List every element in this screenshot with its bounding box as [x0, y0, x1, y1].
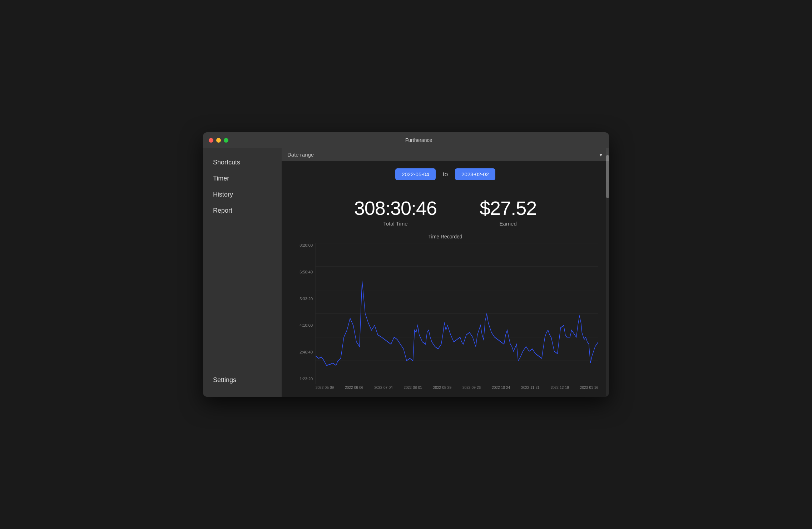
sidebar-bottom: Settings [203, 376, 282, 390]
chart-y-axis: 8:20:00 6:56:40 5:33:20 4:10:00 2:46:40 … [292, 243, 316, 390]
chart-svg-wrapper [316, 243, 598, 384]
sidebar-item-timer[interactable]: Timer [209, 171, 276, 186]
settings-button[interactable]: Settings [213, 376, 272, 384]
window-title: Furtherance [234, 137, 603, 143]
total-time-label: Total Time [383, 221, 407, 227]
y-label-4: 4:10:00 [292, 323, 316, 327]
y-label-2: 6:56:40 [292, 270, 316, 274]
x-label-10: 2023-01-16 [580, 386, 598, 390]
earned-label: Earned [499, 221, 516, 227]
x-label-8: 2022-11-21 [521, 386, 539, 390]
date-to-label: to [443, 171, 448, 178]
chart-section: Time Recorded 8:20:00 6:56:40 5:33:20 4:… [282, 230, 609, 397]
date-range-bar[interactable]: Date range ▼ [282, 148, 609, 161]
total-time-value: 308:30:46 [354, 197, 437, 219]
y-label-5: 2:46:40 [292, 350, 316, 354]
x-label-5: 2022-08-29 [433, 386, 451, 390]
total-time-block: 308:30:46 Total Time [354, 197, 437, 227]
sidebar: Shortcuts Timer History Report Settings [203, 148, 282, 397]
sidebar-item-history[interactable]: History [209, 187, 276, 202]
y-label-6: 1:23:20 [292, 377, 316, 381]
x-label-7: 2022-10-24 [492, 386, 510, 390]
sidebar-item-report[interactable]: Report [209, 203, 276, 218]
chart-title: Time Recorded [292, 234, 598, 239]
sidebar-item-shortcuts[interactable]: Shortcuts [209, 155, 276, 170]
maximize-button[interactable] [224, 138, 228, 143]
chart-svg [316, 243, 598, 384]
traffic-lights [209, 138, 228, 143]
minimize-button[interactable] [216, 138, 221, 143]
earned-block: $27.52 Earned [480, 197, 536, 227]
x-label-2: 2022-06-06 [345, 386, 363, 390]
chart-container: 8:20:00 6:56:40 5:33:20 4:10:00 2:46:40 … [292, 243, 598, 390]
main-content: Date range ▼ 2022-05-04 to 2023-02-02 30… [282, 148, 609, 397]
chart-x-axis: 2022-05-09 2022-06-06 2022-07-04 2022-08… [316, 384, 598, 390]
stats-row: 308:30:46 Total Time $27.52 Earned [282, 186, 609, 230]
date-picker-row: 2022-05-04 to 2023-02-02 [282, 161, 609, 186]
title-bar: Furtherance [203, 132, 609, 148]
sidebar-nav: Shortcuts Timer History Report [203, 155, 282, 376]
y-label-1: 8:20:00 [292, 243, 316, 247]
x-label-6: 2022-09-26 [462, 386, 481, 390]
scrollbar-thumb[interactable] [606, 155, 609, 198]
close-button[interactable] [209, 138, 213, 143]
scrollbar[interactable] [606, 148, 609, 397]
from-date-button[interactable]: 2022-05-04 [395, 168, 436, 180]
date-range-label: Date range [287, 152, 314, 158]
x-label-9: 2022-12-19 [551, 386, 569, 390]
x-label-3: 2022-07-04 [374, 386, 392, 390]
app-window: Furtherance Shortcuts Timer History Repo… [203, 132, 609, 397]
chevron-down-icon: ▼ [598, 152, 603, 158]
x-label-4: 2022-08-01 [404, 386, 422, 390]
app-body: Shortcuts Timer History Report Settings … [203, 148, 609, 397]
y-label-3: 5:33:20 [292, 297, 316, 301]
to-date-button[interactable]: 2023-02-02 [455, 168, 495, 180]
chart-area: 2022-05-09 2022-06-06 2022-07-04 2022-08… [316, 243, 598, 390]
earned-value: $27.52 [480, 197, 536, 219]
x-label-1: 2022-05-09 [316, 386, 334, 390]
